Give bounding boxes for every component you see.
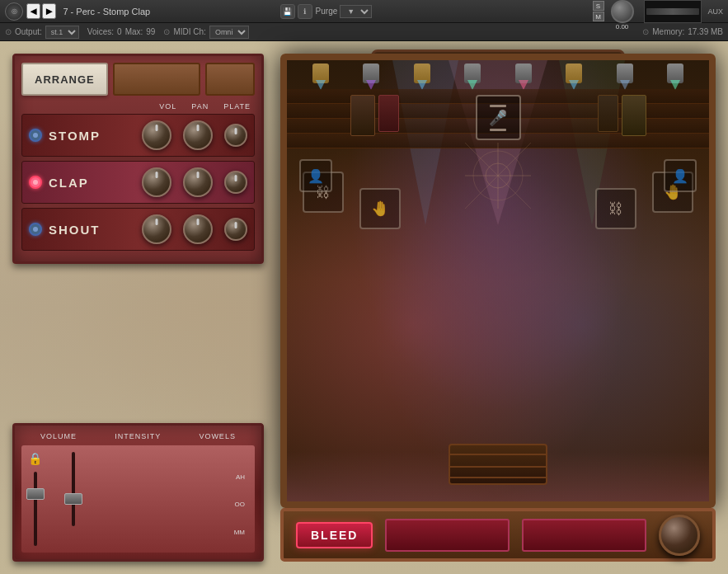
stomp-vol-knob[interactable] [142,120,171,150]
stage-light-8 [667,64,683,83]
clap-plate-knob[interactable] [224,171,247,194]
intensity-label: INTENSITY [115,432,161,440]
vowels-labels: AH OO MM [234,463,248,546]
disk-icon[interactable]: 💾 [280,4,295,19]
bleed-button[interactable]: BLEED [296,522,373,548]
clap-power-button[interactable] [29,176,42,189]
vowels-area: AH OO MM [80,452,248,546]
next-button[interactable]: ► [42,3,56,19]
chain-icon-right-wrap: ⛓ [595,188,636,229]
chain-icon-right[interactable]: ⛓ [595,188,636,229]
plate-header: PLATE [223,102,251,111]
nav-arrows: ◄ ► [26,3,56,19]
hand-icon-left[interactable]: 🤚 [359,188,401,229]
midi-label: MIDI Ch: [173,27,205,36]
person-icon-left[interactable]: 👤 [299,159,332,192]
bleed-knob[interactable] [659,515,700,556]
intensity-fader [72,452,75,546]
info-icon[interactable]: ℹ [298,4,312,19]
output-label: Output: [15,27,42,36]
shout-plate-knob[interactable] [224,218,247,241]
s-button[interactable]: S [593,1,604,11]
fader-labels: VOLUME INTENSITY VOWELS [21,432,255,440]
vol-header: VOL [159,102,176,111]
instrument-title: 7 - Perc - Stomp Clap [59,7,276,16]
back-right-items [598,95,646,136]
intensity-fader-rail[interactable] [72,452,75,526]
stomp-knobs [142,120,247,150]
top-bar: ◎ ◄ ► 7 - Perc - Stomp Clap 💾 ℹ Purge ▼ … [0,0,728,23]
shout-power-button[interactable] [29,223,42,236]
bleed-pad-2[interactable] [522,519,646,552]
volume-label: VOLUME [40,432,77,440]
m-button[interactable]: M [593,12,604,21]
bleed-pad-1[interactable] [385,519,510,552]
back-center-icon[interactable]: 🎤 [476,95,521,140]
volume-fader-rail[interactable] [34,472,37,546]
level-meter [644,0,702,23]
output-select[interactable]: st.1 [45,26,79,39]
back-book-4 [622,95,646,136]
aux-label: AUX [708,7,724,16]
lock-icon: 🔒 [28,452,42,465]
back-book-1 [350,95,375,136]
stage-light-5 [515,64,532,83]
channel-row-clap: CLAP [21,161,255,204]
voices-item: Voices: 0 Max: 99 [87,27,156,36]
memory-item: ⊙ Memory: 17.39 MB [642,27,723,36]
stomp-label: STOMP [49,129,142,143]
back-wall-icons: 🎤 [287,95,709,140]
clap-knobs [142,167,247,197]
app-logo: ◎ [5,2,23,21]
shout-label: SHOUT [49,223,142,237]
channel-header-labels: VOL PAN PLATE [159,102,251,111]
purge-select[interactable]: ▼ [340,5,372,18]
toolbar-icons: 💾 ℹ [280,4,312,19]
clap-label: CLAP [49,176,142,190]
stage-light-3 [414,64,430,83]
vowel-oo: OO [234,501,245,508]
back-book-3 [598,95,618,132]
stage-container: 🎤 ⛓ [280,54,716,508]
stomp-plate-knob[interactable] [224,124,247,147]
bleed-section: BLEED [280,508,716,562]
back-left-items [350,95,399,136]
hand-icon-left-wrap: 🤚 [359,188,401,229]
shout-vol-knob[interactable] [142,214,171,244]
channel-row-stomp: STOMP [21,114,255,157]
stomp-power-button[interactable] [29,129,42,142]
stage-light-1 [312,64,329,83]
prev-button[interactable]: ◄ [26,3,40,19]
arrange-display-1 [113,63,200,96]
vowel-mm: MM [234,529,245,536]
stage-light-4 [464,64,481,83]
arrange-display-2 [205,63,255,96]
tune-knob[interactable] [611,0,634,23]
vowel-ah: AH [234,473,245,481]
stomp-pan-knob[interactable] [183,120,213,150]
purge-section: Purge ▼ [316,5,373,18]
person-icon-right[interactable]: 👤 [664,159,697,192]
volume-fader-handle[interactable] [26,488,45,500]
midi-select[interactable]: Omni [209,26,249,39]
clap-pan-knob[interactable] [183,167,213,197]
arrange-button[interactable]: ARRANGE [21,63,108,96]
person-icons-row: 👤 👤 [299,159,697,192]
volume-fader: 🔒 [28,452,42,546]
memory-value: 17.39 MB [688,27,723,36]
shout-pan-knob[interactable] [183,214,213,244]
voices-value: 0 [117,27,122,36]
stage-lights [287,60,709,87]
stage-light-6 [566,64,582,83]
clap-vol-knob[interactable] [142,167,171,197]
tune-value: 0.00 [616,23,629,31]
fader-section: VOLUME INTENSITY VOWELS 🔒 [12,423,264,562]
stage-barrel [449,444,547,485]
intensity-fader-handle[interactable] [64,493,82,505]
pan-header: PAN [191,102,209,111]
stage-light-2 [363,64,379,83]
channel-row-shout: SHOUT [21,208,255,251]
midi-item: ⊙ MIDI Ch: Omni [163,26,248,39]
shout-knobs [142,214,247,244]
stage-light-7 [617,64,633,83]
